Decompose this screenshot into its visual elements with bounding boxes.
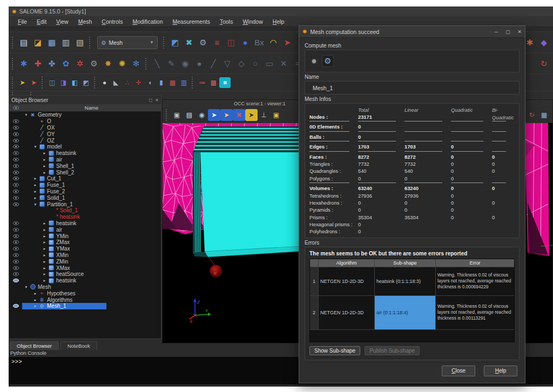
eye-icon[interactable]: [13, 202, 19, 206]
chevron-right-icon[interactable]: ▸: [32, 298, 38, 302]
tree-item[interactable]: +O: [9, 118, 161, 125]
module-icon[interactable]: ➤: [280, 36, 294, 50]
eye-icon[interactable]: [13, 190, 19, 193]
sketch-tool-icon[interactable]: ◉: [178, 57, 192, 71]
float-panel-icon[interactable]: ◻: [149, 98, 153, 103]
tree-item-main[interactable]: ▸heatsink: [22, 150, 106, 157]
sketch-tool-icon[interactable]: ╱: [206, 57, 220, 71]
scene-page-icon[interactable]: ▤: [183, 109, 195, 121]
tree-item[interactable]: ▸Solid_1: [9, 194, 161, 201]
toolbar-handle[interactable]: [145, 58, 148, 70]
eye-icon[interactable]: [13, 145, 19, 148]
module-icon[interactable]: ✖: [182, 36, 196, 50]
sketch-tool-icon[interactable]: ▭: [262, 57, 276, 71]
module-icon[interactable]: Bx: [252, 36, 266, 50]
tree-item-main[interactable]: ╱OZ: [22, 137, 106, 144]
tree-item[interactable]: * heatsink: [9, 214, 161, 220]
publish-subshape-button[interactable]: Publish Sub-shape: [365, 346, 420, 355]
menu-help[interactable]: Help: [268, 17, 289, 26]
chevron-right-icon[interactable]: ▸: [42, 221, 48, 226]
select-volumes-icon[interactable]: ➤: [245, 109, 258, 121]
sketch-tool-icon[interactable]: ○: [248, 57, 262, 71]
sketch-tool-icon[interactable]: ╲: [150, 57, 164, 71]
close-icon[interactable]: ✕: [517, 29, 522, 35]
module-icon[interactable]: ◆: [537, 36, 551, 50]
sketch-tool-icon[interactable]: ◇: [234, 57, 248, 71]
mesh-tool-icon[interactable]: ✛: [133, 77, 144, 88]
eye-icon[interactable]: [13, 272, 19, 276]
tree-item[interactable]: ▸∷heatSource: [9, 271, 161, 278]
tree-item[interactable]: ▸⚙Mesh_1: [9, 303, 161, 309]
eye-icon[interactable]: [13, 151, 19, 155]
eye-icon[interactable]: [13, 139, 19, 143]
menu-modification[interactable]: Modification: [127, 17, 167, 26]
eye-icon[interactable]: [13, 132, 19, 136]
mesh-tool-icon[interactable]: ◫: [46, 77, 58, 88]
tree-item-main[interactable]: ▸∷YMin: [22, 233, 106, 239]
error-subshape-cell[interactable]: air (0:1:1:18:4): [375, 296, 435, 329]
tree-item-main[interactable]: ▸heatsink: [22, 220, 106, 227]
tree-item-main[interactable]: ▸∷heatSource: [22, 271, 106, 278]
close-panel-icon[interactable]: ✕: [155, 98, 159, 103]
mesh-tool-icon[interactable]: ➤: [17, 77, 28, 88]
error-algorithm-cell[interactable]: NETGEN 1D-2D-3D: [319, 296, 374, 329]
tree-item[interactable]: ▸≣Algorithms: [9, 296, 161, 303]
tree-item[interactable]: ▸air: [9, 157, 161, 163]
tree-item-main[interactable]: ▾model: [22, 144, 106, 150]
tree-item-main[interactable]: ▾✖Geometry: [22, 112, 106, 118]
mesh-tool-icon[interactable]: ●: [99, 77, 110, 88]
chevron-right-icon[interactable]: ▸: [42, 157, 48, 162]
tree-item-main[interactable]: ▸∷XMax: [22, 265, 106, 271]
toolbar-handle[interactable]: [89, 37, 92, 49]
save-study-icon[interactable]: ▦: [45, 36, 59, 50]
eye-icon[interactable]: [13, 183, 19, 187]
module-icon[interactable]: ≡: [210, 36, 224, 50]
mesh-tool-icon[interactable]: ▦: [167, 77, 178, 88]
toolbar-handle[interactable]: [42, 77, 44, 89]
close-button[interactable]: Close: [442, 366, 475, 376]
toolbar-handle[interactable]: [12, 58, 15, 70]
toolbar-handle[interactable]: [192, 77, 194, 89]
tree-item[interactable]: ▸heatsink: [9, 150, 161, 157]
mesh-tool-icon[interactable]: ◣: [110, 77, 122, 88]
geometry-tool-icon[interactable]: ⚙: [87, 57, 101, 71]
chevron-right-icon[interactable]: ▸: [42, 240, 48, 245]
mesh-module-selector[interactable]: ⚙Mesh▼: [97, 36, 158, 49]
interaction-style-icon[interactable]: ◉: [195, 109, 208, 121]
mesh-tool-icon[interactable]: ➤: [28, 77, 39, 88]
geometry-tool-icon[interactable]: ✱: [17, 57, 31, 71]
dump-view-icon[interactable]: ▣: [171, 109, 183, 121]
chevron-down-icon[interactable]: ▾: [23, 112, 29, 117]
tree-item[interactable]: ▸∷XMin: [9, 252, 161, 259]
sketch-tool-icon[interactable]: ✎: [164, 57, 178, 71]
sketch-tool-icon[interactable]: ●: [192, 57, 206, 71]
tree-item-main[interactable]: ▸∷YMax: [22, 246, 106, 252]
tree-item[interactable]: ▸Fuse_1: [9, 182, 161, 188]
sketch-tool-icon[interactable]: ▽: [220, 57, 234, 71]
menu-view[interactable]: View: [51, 17, 73, 26]
geometry-tool-icon[interactable]: ✺: [115, 57, 129, 71]
toolbar-handle[interactable]: [12, 77, 15, 89]
error-message-cell[interactable]: Warning. Thickness 0.02 of viscous layer…: [436, 296, 514, 329]
mesh-tool-icon[interactable]: ∴: [122, 77, 133, 88]
chevron-right-icon[interactable]: ▸: [42, 278, 48, 283]
tree-item[interactable]: ▸∷YMax: [9, 246, 161, 252]
chevron-right-icon[interactable]: ▸: [42, 170, 48, 175]
tree-item-main[interactable]: ▸Fuse_2: [22, 188, 106, 195]
mesh-tool-icon[interactable]: ◧: [69, 77, 80, 88]
tree-item[interactable]: ▸Shell_2: [9, 169, 161, 175]
chevron-right-icon[interactable]: ▸: [42, 266, 48, 271]
eye-icon[interactable]: [13, 126, 19, 130]
tree-item[interactable]: * Solid_1: [9, 207, 161, 214]
select-edges-icon[interactable]: ➤: [220, 109, 233, 121]
geometry-tool-icon[interactable]: ✻: [129, 57, 143, 71]
chevron-right-icon[interactable]: ▸: [42, 234, 48, 239]
tree-item-main[interactable]: ▸∷XMin: [22, 252, 106, 259]
chevron-right-icon[interactable]: ▸: [42, 253, 48, 258]
tree-item-main[interactable]: ▸≣Algorithms: [22, 296, 106, 303]
mesh-view-cube-icon[interactable]: ■: [219, 77, 231, 88]
tree-item[interactable]: ▾Mesh: [9, 284, 161, 290]
eye-icon[interactable]: [13, 253, 19, 257]
compute-gear-icon[interactable]: ⚙: [322, 55, 334, 67]
tree-item[interactable]: ▸air: [9, 226, 161, 233]
